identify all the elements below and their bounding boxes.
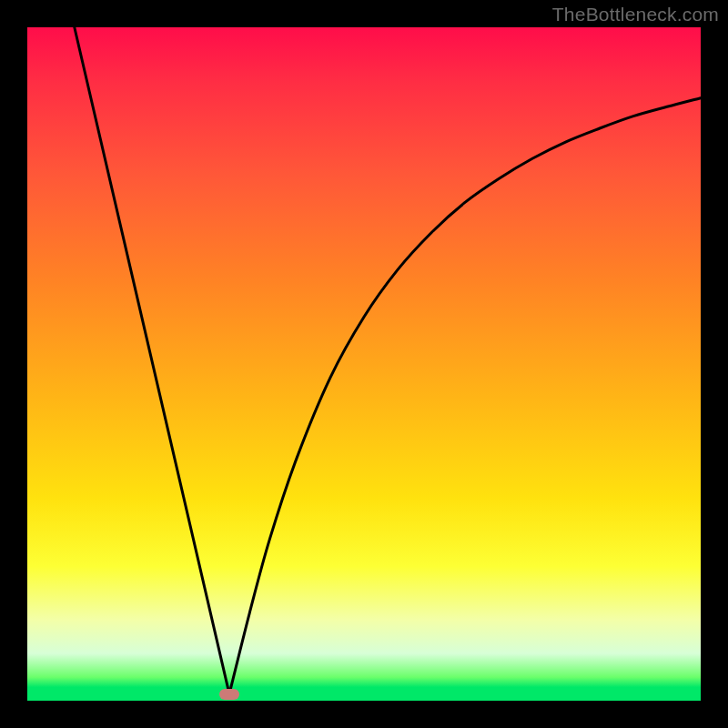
watermark-text: TheBottleneck.com bbox=[552, 4, 719, 25]
chart-frame: TheBottleneck.com bbox=[0, 0, 728, 728]
bottleneck-curve bbox=[75, 27, 701, 694]
plot-area bbox=[27, 27, 701, 701]
curve-svg bbox=[27, 27, 701, 701]
minimum-marker bbox=[219, 689, 239, 700]
